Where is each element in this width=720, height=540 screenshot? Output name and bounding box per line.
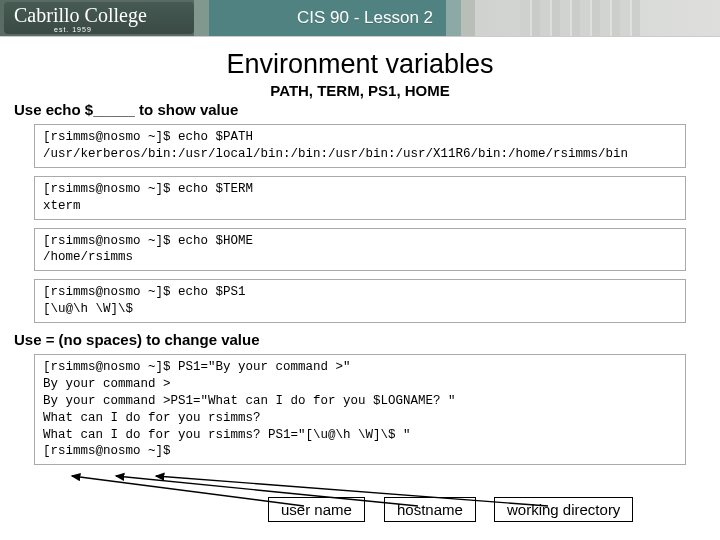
terminal-output-term: [rsimms@nosmo ~]$ echo $TERM xterm (34, 176, 686, 220)
logo-text-main: Cabrillo College (14, 4, 147, 26)
label-username: user name (268, 497, 365, 522)
top-banner: Cabrillo College est. 1959 CIS 90 - Less… (0, 0, 720, 37)
banner-decor-pillars (520, 0, 640, 36)
instruction-change-value: Use = (no spaces) to change value (14, 331, 706, 348)
instruction-show-value: Use echo $_____ to show value (14, 101, 706, 118)
label-hostname: hostname (384, 497, 476, 522)
page-title: Environment variables (14, 49, 706, 80)
terminal-output-path: [rsimms@nosmo ~]$ echo $PATH /usr/kerber… (34, 124, 686, 168)
callout-labels-row: user name hostname working directory (0, 468, 720, 528)
terminal-output-ps1: [rsimms@nosmo ~]$ echo $PS1 [\u@\h \W]\$ (34, 279, 686, 323)
terminal-output-home: [rsimms@nosmo ~]$ echo $HOME /home/rsimm… (34, 228, 686, 272)
banner-title: CIS 90 - Lesson 2 (210, 0, 520, 36)
logo-text-sub: est. 1959 (54, 26, 194, 33)
page-subtitle: PATH, TERM, PS1, HOME (14, 82, 706, 99)
college-logo: Cabrillo College est. 1959 (4, 2, 194, 34)
label-working-directory: working directory (494, 497, 633, 522)
terminal-output-ps1-change: [rsimms@nosmo ~]$ PS1="By your command >… (34, 354, 686, 465)
